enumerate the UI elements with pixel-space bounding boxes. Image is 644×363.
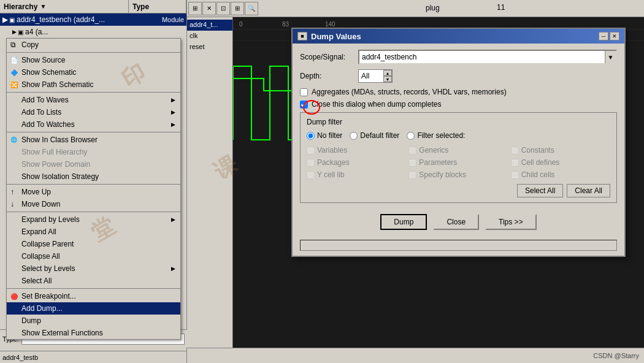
packages-label: Packages: [317, 158, 350, 167]
parameters-checkbox-item: Parameters: [408, 158, 508, 167]
packages-checkbox[interactable]: [307, 159, 315, 167]
no-filter-radio-item[interactable]: No filter: [307, 131, 342, 140]
select-all-button[interactable]: Select All: [517, 184, 563, 197]
filter-buttons: Select All Clear All: [307, 184, 610, 197]
y-cell-lib-checkbox[interactable]: [307, 171, 315, 179]
default-filter-label: Default filter: [360, 131, 399, 140]
default-filter-radio-item[interactable]: Default filter: [350, 131, 399, 140]
constants-label: Constants: [521, 146, 554, 155]
filter-selected-radio[interactable]: [407, 132, 415, 140]
packages-checkbox-item: Packages: [307, 158, 406, 167]
aggregates-row: Aggregates (MDAs, structs, records, VHDL…: [300, 88, 617, 96]
dialog-progress-bar: [300, 240, 617, 251]
variables-checkbox-item: Variables: [307, 146, 406, 155]
depth-input[interactable]: [359, 70, 383, 82]
parameters-label: Parameters: [419, 158, 457, 167]
no-filter-radio[interactable]: [307, 132, 315, 140]
close-button[interactable]: ✕: [610, 32, 619, 40]
scope-signal-row: Scope/Signal: ▼: [300, 50, 617, 64]
depth-label: Depth:: [300, 72, 358, 80]
specify-blocks-checkbox-item: Specify blocks: [408, 170, 508, 179]
y-cell-lib-checkbox-item: Y cell lib: [307, 170, 406, 179]
depth-row: Depth: ▲ ▼: [300, 69, 617, 83]
filter-selected-label: Filter selected:: [417, 131, 465, 140]
constants-checkbox[interactable]: [511, 147, 519, 155]
scope-dropdown[interactable]: ▼: [358, 50, 617, 64]
filter-selected-radio-item[interactable]: Filter selected:: [407, 131, 465, 140]
dialog-content: Scope/Signal: ▼ Depth: ▲ ▼: [293, 44, 624, 240]
depth-spinners: ▲ ▼: [383, 70, 392, 82]
generics-checkbox-item: Generics: [408, 146, 508, 155]
default-filter-radio[interactable]: [350, 132, 358, 140]
child-cells-checkbox[interactable]: [511, 171, 519, 179]
tips-button[interactable]: Tips >>: [485, 214, 537, 230]
child-cells-checkbox-item: Child cells: [511, 170, 610, 179]
dump-filter-group: Dump filter No filter Default filter Fil…: [300, 112, 617, 203]
minimize-button[interactable]: ─: [599, 32, 608, 40]
cell-defines-label: Cell defines: [521, 158, 560, 167]
dialog-titlebar: ■ Dump Values ─ ✕: [293, 29, 624, 44]
titlebar-left: ■ Dump Values: [297, 32, 361, 41]
clear-all-button[interactable]: Clear All: [567, 184, 610, 197]
child-cells-label: Child cells: [521, 170, 555, 179]
constants-checkbox-item: Constants: [511, 146, 610, 155]
variables-label: Variables: [317, 146, 347, 155]
variables-checkbox[interactable]: [307, 147, 315, 155]
cell-defines-checkbox[interactable]: [511, 159, 519, 167]
dump-filter-legend: Dump filter: [307, 118, 610, 126]
dialog-action-buttons: Dump Close Tips >>: [300, 209, 617, 234]
specify-blocks-checkbox[interactable]: [408, 171, 416, 179]
no-filter-label: No filter: [317, 131, 342, 140]
dump-values-dialog: ■ Dump Values ─ ✕ Scope/Signal: ▼ Depth:: [291, 28, 626, 257]
parameters-checkbox[interactable]: [408, 159, 416, 167]
depth-up-btn[interactable]: ▲: [383, 70, 392, 76]
aggregates-checkbox[interactable]: [300, 88, 308, 96]
depth-down-btn[interactable]: ▼: [383, 76, 392, 82]
filter-checkboxes: Variables Generics Constants Packages: [307, 146, 610, 179]
filter-radio-row: No filter Default filter Filter selected…: [307, 131, 610, 140]
close-on-dump-row: Close this dialog when dump completes: [300, 100, 617, 109]
specify-blocks-label: Specify blocks: [419, 170, 466, 179]
scope-dropdown-arrow[interactable]: ▼: [605, 51, 616, 63]
cell-defines-checkbox-item: Cell defines: [511, 158, 610, 167]
titlebar-controls: ─ ✕: [599, 32, 619, 40]
scope-input[interactable]: [359, 51, 605, 63]
generics-checkbox[interactable]: [408, 147, 416, 155]
dialog-close-button[interactable]: Close: [433, 214, 479, 230]
dump-button[interactable]: Dump: [380, 214, 427, 230]
y-cell-lib-label: Y cell lib: [317, 170, 344, 179]
dialog-app-icon[interactable]: ■: [297, 32, 307, 40]
dialog-overlay: ■ Dump Values ─ ✕ Scope/Signal: ▼ Depth:: [0, 0, 644, 363]
dialog-title: Dump Values: [311, 32, 361, 41]
aggregates-label: Aggregates (MDAs, structs, records, VHDL…: [312, 88, 507, 96]
generics-label: Generics: [419, 146, 448, 155]
depth-control[interactable]: ▲ ▼: [358, 69, 393, 83]
close-on-dump-label: Close this dialog when dump completes: [312, 100, 441, 109]
scope-label: Scope/Signal:: [300, 53, 358, 61]
close-on-dump-checkbox[interactable]: [300, 101, 308, 109]
